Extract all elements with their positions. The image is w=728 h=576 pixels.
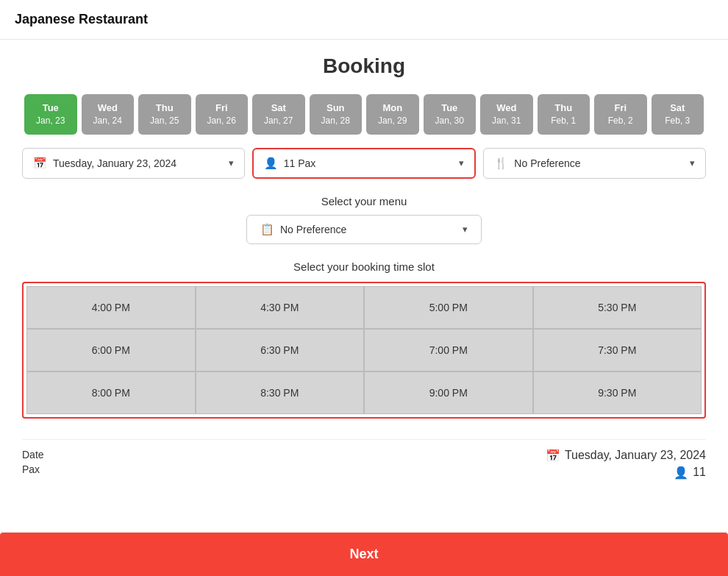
footer-summary: Date Pax 📅 Tuesday, January 23, 2024 👤 1…: [22, 439, 706, 531]
page-header: Japanese Restaurant: [0, 0, 728, 40]
timeslot-8-00-pm[interactable]: 8:00 PM: [26, 371, 196, 414]
selectors-row: 📅 Tuesday, January 23, 2024 ▾ 👤 11 Pax ▾…: [22, 148, 706, 179]
menu-section: Select your menu 📋 No Preference ▾: [22, 195, 706, 244]
selected-preference: No Preference: [514, 157, 690, 169]
timeslot-7-00-pm[interactable]: 7:00 PM: [364, 329, 533, 371]
date-item-sun-jan-28[interactable]: SunJan, 28: [310, 94, 363, 135]
summary-labels: Date Pax: [22, 449, 44, 475]
menu-section-label: Select your menu: [22, 195, 706, 207]
summary-pax-text: 11: [693, 466, 706, 479]
preference-dropdown[interactable]: 🍴 No Preference ▾: [483, 148, 706, 179]
date-label: Date: [22, 449, 44, 461]
menu-dropdown[interactable]: 📋 No Preference ▾: [246, 215, 482, 244]
date-item-sat-jan-27[interactable]: SatJan, 27: [252, 94, 305, 135]
date-item-fri-feb-2[interactable]: FriFeb, 2: [594, 94, 647, 135]
person-icon: 👤: [264, 157, 278, 170]
date-item-sat-feb-3[interactable]: SatFeb, 3: [652, 94, 704, 135]
timeslot-6-30-pm[interactable]: 6:30 PM: [196, 329, 365, 371]
date-selector-row: TueJan, 23WedJan, 24ThuJan, 25FriJan, 26…: [22, 94, 706, 135]
person-small-icon: 👤: [674, 466, 688, 480]
date-item-tue-jan-23[interactable]: TueJan, 23: [24, 94, 77, 135]
timeslot-8-30-pm[interactable]: 8:30 PM: [196, 371, 365, 414]
calendar-small-icon: 📅: [546, 449, 560, 463]
timeslot-section: Select your booking time slot 4:00 PM4:3…: [22, 260, 706, 419]
timeslot-grid-wrapper: 4:00 PM4:30 PM5:00 PM5:30 PM6:00 PM6:30 …: [22, 282, 706, 419]
date-item-thu-feb-1[interactable]: ThuFeb, 1: [538, 94, 590, 135]
fork-icon: 🍴: [494, 157, 508, 170]
timeslot-4-00-pm[interactable]: 4:00 PM: [26, 286, 196, 329]
menu-icon: 📋: [260, 223, 274, 236]
date-item-wed-jan-24[interactable]: WedJan, 24: [82, 94, 135, 135]
bottom-bar: Next: [0, 532, 728, 576]
summary-values: 📅 Tuesday, January 23, 2024 👤 11: [546, 449, 706, 480]
date-item-tue-jan-30[interactable]: TueJan, 30: [424, 94, 477, 135]
date-item-thu-jan-25[interactable]: ThuJan, 25: [138, 94, 191, 135]
pax-dropdown[interactable]: 👤 11 Pax ▾: [252, 148, 477, 179]
summary-date-value: 📅 Tuesday, January 23, 2024: [546, 449, 706, 463]
timeslot-section-label: Select your booking time slot: [22, 260, 706, 273]
selected-pax: 11 Pax: [284, 157, 460, 169]
date-item-wed-jan-31[interactable]: WedJan, 31: [480, 94, 533, 135]
booking-title: Booking: [22, 54, 706, 78]
selected-menu: No Preference: [280, 224, 463, 235]
chevron-down-icon: ▾: [463, 224, 468, 235]
date-dropdown[interactable]: 📅 Tuesday, January 23, 2024 ▾: [22, 148, 245, 179]
timeslot-9-30-pm[interactable]: 9:30 PM: [533, 371, 702, 414]
timeslot-5-00-pm[interactable]: 5:00 PM: [364, 286, 533, 329]
next-button[interactable]: Next: [0, 533, 728, 576]
chevron-down-icon: ▾: [690, 157, 695, 168]
calendar-icon: 📅: [33, 157, 47, 170]
chevron-down-icon: ▾: [229, 157, 234, 168]
timeslot-7-30-pm[interactable]: 7:30 PM: [533, 329, 702, 371]
timeslot-9-00-pm[interactable]: 9:00 PM: [364, 371, 533, 414]
timeslot-4-30-pm[interactable]: 4:30 PM: [196, 286, 365, 329]
main-content: Booking TueJan, 23WedJan, 24ThuJan, 25Fr…: [0, 40, 728, 546]
date-item-fri-jan-26[interactable]: FriJan, 26: [196, 94, 249, 135]
restaurant-name: Japanese Restaurant: [15, 12, 148, 26]
summary-pax-value: 👤 11: [674, 466, 706, 480]
timeslot-5-30-pm[interactable]: 5:30 PM: [533, 286, 702, 329]
chevron-down-icon: ▾: [459, 157, 464, 168]
summary-date-text: Tuesday, January 23, 2024: [565, 449, 706, 462]
timeslot-grid: 4:00 PM4:30 PM5:00 PM5:30 PM6:00 PM6:30 …: [26, 286, 702, 414]
date-item-mon-jan-29[interactable]: MonJan, 29: [366, 94, 419, 135]
pax-label: Pax: [22, 463, 44, 475]
timeslot-6-00-pm[interactable]: 6:00 PM: [26, 329, 196, 371]
selected-date: Tuesday, January 23, 2024: [53, 157, 229, 169]
